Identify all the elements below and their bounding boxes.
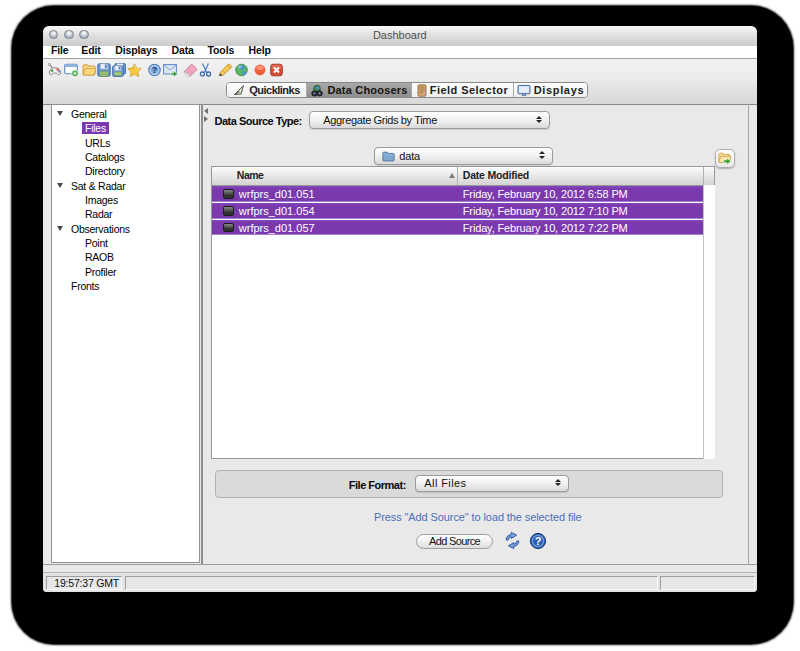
svg-text:?: ? — [152, 65, 158, 75]
svg-text:?: ? — [534, 535, 541, 547]
